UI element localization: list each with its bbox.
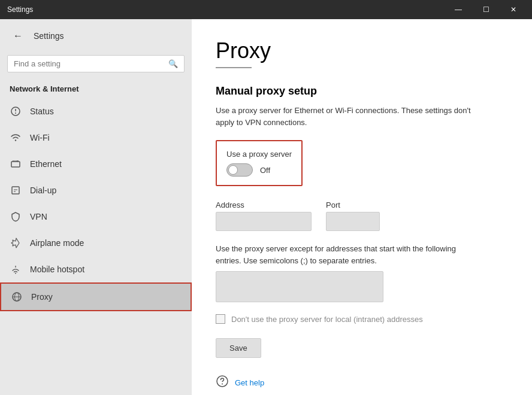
sidebar-item-ethernet-label: Ethernet [30, 159, 62, 169]
sidebar-item-wifi[interactable]: Wi-Fi [0, 124, 192, 151]
save-button[interactable]: Save [216, 338, 261, 358]
svg-point-13 [15, 273, 16, 274]
status-icon [10, 105, 22, 117]
checkbox-row[interactable]: Don't use the proxy server for local (in… [216, 314, 508, 324]
svg-point-3 [15, 139, 16, 141]
local-checkbox[interactable] [216, 314, 225, 324]
titlebar-controls: — ☐ ✕ [445, 0, 527, 19]
section-title: Manual proxy setup [216, 85, 508, 98]
search-input[interactable] [14, 59, 168, 68]
sidebar-item-dialup-label: Dial-up [30, 186, 56, 195]
exceptions-desc: Use the proxy server except for addresse… [216, 243, 479, 266]
dialup-icon [10, 184, 22, 196]
port-input[interactable] [326, 212, 380, 231]
svg-rect-9 [12, 187, 19, 194]
page-title: Proxy [216, 38, 508, 63]
sidebar-item-ethernet[interactable]: Ethernet [0, 151, 192, 177]
sidebar-item-airplane[interactable]: Airplane mode [0, 230, 192, 256]
close-button[interactable]: ✕ [500, 0, 527, 19]
svg-point-2 [15, 113, 16, 114]
sidebar-app-title: Settings [34, 31, 64, 41]
airplane-icon [10, 237, 22, 249]
checkbox-label: Don't use the proxy server for local (in… [231, 315, 423, 324]
main-content: Proxy Manual proxy setup Use a proxy ser… [192, 19, 532, 395]
sidebar-item-hotspot[interactable]: Mobile hotspot [0, 256, 192, 282]
proxy-toggle[interactable] [226, 163, 253, 177]
svg-rect-4 [11, 162, 20, 167]
sidebar-item-wifi-label: Wi-Fi [30, 133, 50, 142]
sidebar-item-status-label: Status [30, 107, 54, 116]
ethernet-icon [10, 158, 22, 170]
get-help-link[interactable]: Get help [235, 378, 264, 387]
address-port-row: Address Port [216, 200, 508, 231]
section-desc: Use a proxy server for Ethernet or Wi-Fi… [216, 105, 479, 128]
search-box[interactable]: 🔍 [7, 55, 185, 72]
toggle-state: Off [260, 166, 270, 175]
exceptions-textarea[interactable] [216, 271, 383, 302]
search-icon: 🔍 [168, 59, 178, 68]
vpn-icon [10, 211, 22, 223]
toggle-row: Off [226, 163, 292, 177]
address-input[interactable] [216, 212, 312, 231]
titlebar: Settings — ☐ ✕ [0, 0, 532, 19]
toggle-card: Use a proxy server Off [216, 140, 303, 186]
sidebar-item-dialup[interactable]: Dial-up [0, 177, 192, 203]
help-icon [216, 375, 229, 391]
sidebar-item-status[interactable]: Status [0, 98, 192, 124]
hotspot-icon [10, 263, 22, 275]
sidebar-item-proxy-label: Proxy [31, 292, 53, 302]
sidebar-item-proxy[interactable]: Proxy [0, 282, 192, 311]
sidebar-item-hotspot-label: Mobile hotspot [30, 265, 84, 274]
address-label: Address [216, 200, 312, 209]
wifi-icon [10, 132, 22, 144]
maximize-button[interactable]: ☐ [472, 0, 500, 19]
sidebar-item-vpn-label: VPN [30, 212, 47, 221]
titlebar-left: Settings [7, 5, 33, 14]
toggle-knob [228, 165, 238, 175]
back-button[interactable]: ← [10, 28, 26, 44]
titlebar-title: Settings [7, 5, 33, 14]
sidebar: ← Settings 🔍 Network & Internet Status [0, 19, 192, 395]
sidebar-item-airplane-label: Airplane mode [30, 238, 84, 248]
app-body: ← Settings 🔍 Network & Internet Status [0, 19, 532, 395]
port-label: Port [326, 200, 380, 209]
toggle-label: Use a proxy server [226, 150, 292, 159]
svg-point-18 [222, 384, 223, 385]
page-title-underline [216, 67, 252, 68]
minimize-button[interactable]: — [445, 0, 472, 19]
sidebar-item-vpn[interactable]: VPN [0, 203, 192, 230]
address-group: Address [216, 200, 312, 231]
port-group: Port [326, 200, 380, 231]
proxy-icon [11, 291, 23, 303]
nav-section-title: Network & Internet [0, 80, 192, 98]
get-help-row: Get help [216, 375, 508, 391]
sidebar-header: ← Settings [0, 19, 192, 53]
